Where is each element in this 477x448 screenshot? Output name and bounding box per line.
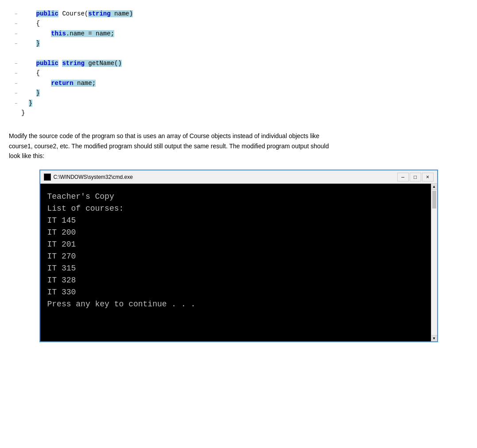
scroll-down-button[interactable]: ▼ [431,335,437,341]
keyword-string-2: string [62,60,84,67]
code-line-1: – public Course(string name) [9,9,468,19]
cmd-output-line-10 [47,310,424,322]
cmd-icon [44,174,51,181]
line-marker-3: – [9,30,18,39]
assign-stmt: .name = name; [66,30,114,37]
cmd-titlebar: C:\WINDOWS\system32\cmd.exe – □ × [40,170,437,184]
code-line-6: – public string getName() [9,58,468,68]
method-parens: () [114,60,122,67]
code-line-7: – { [9,68,468,78]
param-name: name [111,10,129,17]
cmd-body: Teacher's Copy List of courses: IT 145 I… [40,184,431,341]
code-line-2: – { [9,19,468,28]
line-marker-9: – [9,89,18,98]
code-content-9: } [21,88,468,98]
method-name: getName [85,60,114,67]
code-content-1: public Course(string name) [21,9,468,19]
cmd-output-line-6: IT 315 [47,263,424,274]
code-content-2: { [21,19,468,28]
cmd-title-text: C:\WINDOWS\system32\cmd.exe [54,174,133,180]
cmd-output-line-4: IT 201 [47,239,424,251]
cmd-controls[interactable]: – □ × [397,173,434,182]
line-marker-6: – [9,60,18,68]
code-content-6: public string getName() [21,58,468,68]
close-button[interactable]: × [422,173,434,182]
cmd-output-line-5: IT 270 [47,251,424,263]
line-marker-2: – [9,20,18,28]
code-content-11: } [21,108,468,118]
description-line3: look like this: [9,152,44,159]
code-line-10: – } [9,98,468,108]
cmd-output-line-2: IT 145 [47,215,424,227]
line-marker-8: – [9,80,18,88]
keyword-public-1: public [36,10,58,17]
code-line-5 [9,49,468,58]
close-brace-1: } [36,40,40,47]
keyword-this: this [51,30,66,37]
cmd-output-line-9: Press any key to continue . . . [47,298,424,310]
code-content-8: return name; [21,78,468,88]
cmd-output-line-8: IT 330 [47,286,424,298]
keyword-public-2: public [36,60,58,67]
description-line2: course1, course2, etc. The modified prog… [9,143,329,150]
close-brace-3: } [29,100,32,107]
line-marker-5 [9,50,18,58]
code-line-3: – this.name = name; [9,29,468,39]
cmd-body-wrapper: Teacher's Copy List of courses: IT 145 I… [40,184,437,341]
code-content-10: } [21,98,468,108]
cmd-scrollbar[interactable]: ▲ ▼ [431,184,437,341]
line-marker-11 [9,109,18,118]
line-marker-10: – [9,100,18,108]
minimize-button[interactable]: – [397,173,409,182]
code-line-9: – } [9,88,468,98]
description-block: Modify the source code of the program so… [9,131,468,161]
code-line-8: – return name; [9,78,468,88]
cmd-title-left: C:\WINDOWS\system32\cmd.exe [44,174,133,181]
code-content-3: this.name = name; [21,29,468,39]
scroll-up-button[interactable]: ▲ [431,184,437,190]
keyword-return: return [51,80,73,87]
code-content-5 [21,49,468,58]
cmd-output-line-7: IT 328 [47,274,424,286]
line-marker-1: – [9,10,18,19]
code-content-4: } [21,39,468,48]
cmd-output-line-1: List of courses: [47,203,424,215]
code-block: – public Course(string name) – { – this.… [9,9,468,118]
description-line1: Modify the source code of the program so… [9,132,319,139]
code-content-7: { [21,68,468,78]
cmd-output-line-0: Teacher's Copy [47,191,424,203]
cmd-output-line-11 [47,322,424,334]
scroll-thumb[interactable] [432,191,436,209]
close-paren: ) [129,10,133,17]
return-val: name; [74,80,96,87]
keyword-string-1: string [88,10,110,17]
code-line-4: – } [9,39,468,48]
code-line-11: } [9,108,468,118]
close-brace-2: } [36,89,40,97]
cmd-output-line-3: IT 200 [47,227,424,239]
cmd-window: C:\WINDOWS\system32\cmd.exe – □ × Teache… [39,170,438,342]
line-marker-4: – [9,40,18,48]
line-marker-7: – [9,70,18,78]
maximize-button[interactable]: □ [410,173,421,182]
